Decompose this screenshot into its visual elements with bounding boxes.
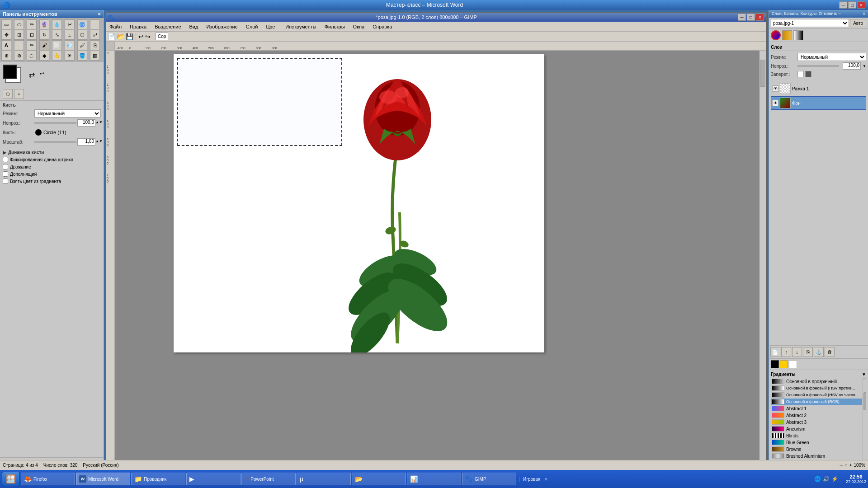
swatch-black[interactable] (771, 360, 779, 368)
tool-dodge[interactable]: ☀ (65, 51, 75, 61)
tool-move[interactable]: ✥ (1, 30, 11, 40)
dynamics-expand[interactable]: ▶Динамика кисти (0, 149, 104, 156)
tool-select-scissors[interactable]: ✂ (65, 19, 75, 29)
scale-slider[interactable] (34, 141, 76, 143)
systray-sound[interactable]: 🔊 (823, 476, 830, 482)
menu-image[interactable]: Изображение (204, 23, 239, 30)
menu-color[interactable]: Цвет (264, 23, 279, 30)
canvas-content[interactable] (115, 51, 766, 469)
tool-pencil[interactable]: ✏ (27, 40, 37, 50)
lock-alpha-btn[interactable] (805, 71, 811, 77)
gradient-checkbox[interactable] (3, 178, 8, 184)
gradient-item-10[interactable]: Browns (771, 446, 862, 452)
tool-ink[interactable]: 🖊 (77, 40, 87, 50)
menu-select[interactable]: Выделение (153, 23, 183, 30)
opacity-value[interactable]: 100,0 (77, 119, 95, 127)
layer-eye-bg[interactable]: 👁 (772, 100, 778, 106)
taskbar-gimp[interactable]: 🐾 GIMP (462, 473, 516, 485)
layer-opacity-expand[interactable]: ▼ (863, 64, 866, 68)
tool-text[interactable]: A (1, 40, 11, 50)
gradient-item-2[interactable]: Основной в фоновый (HSV по часов (771, 392, 862, 398)
tool-crop[interactable]: ⊡ (27, 30, 37, 40)
close-btn[interactable]: × (857, 1, 865, 9)
layer-eye-frame[interactable]: 👁 (772, 85, 778, 92)
tool-fuzzy-select[interactable]: 🔮 (39, 19, 49, 29)
start-button[interactable]: 🪟 (2, 472, 20, 486)
layer-up-btn[interactable]: ↑ (781, 347, 791, 357)
brush-mode-select[interactable]: Нормальный (34, 109, 101, 117)
path-tool-btn[interactable]: ⬡ (3, 89, 13, 99)
layer-delete-btn[interactable]: 🗑 (825, 347, 835, 357)
tool-paintbrush[interactable]: 🖌 (39, 40, 49, 50)
lock-pixels-btn[interactable] (797, 71, 804, 77)
tool-panel-close[interactable]: × (98, 11, 101, 17)
taskbar-word[interactable]: W Microsoft Word (76, 473, 130, 485)
menu-windows[interactable]: Окна (351, 23, 367, 30)
layer-opacity-slider[interactable] (797, 65, 839, 67)
gimp-save-btn[interactable]: 💾 (126, 33, 133, 40)
systray-network[interactable]: 🌐 (814, 476, 821, 482)
tool-align[interactable]: ⊞ (14, 30, 24, 40)
taskbar-media[interactable]: ▶ (186, 473, 241, 485)
taskbar-utorrent[interactable]: μ (297, 473, 351, 485)
gimp-maximize-btn[interactable]: □ (747, 14, 755, 21)
gradient-item-11[interactable]: Brushed Aluminium (771, 453, 862, 459)
gradient-item-5[interactable]: Abstract 2 (771, 412, 862, 418)
menu-filters[interactable]: Фильтры (323, 23, 347, 30)
fg-color-swatch[interactable] (3, 65, 17, 79)
scale-arrows[interactable]: ▲▼ (95, 139, 101, 145)
gradient-item-6[interactable]: Abstract 3 (771, 419, 862, 425)
menu-layer[interactable]: Слой (244, 23, 260, 30)
tool-gradient[interactable]: ▦ (90, 51, 100, 61)
tool-eraser[interactable]: ⬜ (52, 40, 62, 50)
brush-preview[interactable]: Circle (11) (34, 128, 67, 136)
tool-perspective[interactable]: ⬡ (77, 30, 87, 40)
gimp-new-btn[interactable]: 📄 (108, 33, 115, 40)
gradients-scroll-thumb[interactable] (863, 392, 866, 410)
layer-anchor-btn[interactable]: ⚓ (814, 347, 824, 357)
color-mode-gray[interactable] (793, 30, 803, 40)
auto-btn[interactable]: Авто (850, 19, 866, 27)
swatch-white[interactable] (789, 360, 797, 368)
tool-flip[interactable]: ⇄ (90, 30, 100, 40)
tool-rotate[interactable]: ↻ (39, 30, 49, 40)
layer-down-btn[interactable]: ↓ (792, 347, 802, 357)
tool-shear[interactable]: ⟂ (65, 30, 75, 40)
gradient-item-7[interactable]: Aneurism (771, 426, 862, 432)
tool-rect-select[interactable]: ▭ (1, 19, 11, 29)
tool-airbrush[interactable]: 💨 (65, 40, 75, 50)
gradient-item-3[interactable]: Основной в фоновый (RGB) (771, 399, 862, 405)
fixed-length-checkbox[interactable] (3, 157, 8, 162)
tool-blur[interactable]: ◌ (27, 51, 37, 61)
swap-colors-btn[interactable]: ⇄ (29, 70, 38, 80)
gradient-item-1[interactable]: Основной в фоновый (HSV против .. (771, 385, 862, 391)
additional-checkbox[interactable] (3, 171, 8, 177)
tool-smudge[interactable]: 👆 (52, 51, 62, 61)
maximize-btn[interactable]: □ (848, 1, 856, 9)
tool-fg-select[interactable]: 🌀 (77, 19, 87, 29)
opacity-arrows[interactable]: ▲▼ (95, 120, 101, 126)
taskbar-firefox[interactable]: 🦊 Firefox (21, 473, 75, 485)
v-scrollbar[interactable] (760, 51, 766, 462)
reset-colors-btn[interactable]: ↩ (40, 70, 47, 78)
swatch-yellow[interactable] (780, 360, 788, 368)
layer-opacity-value[interactable]: 100,0 (843, 62, 861, 70)
tool-clone[interactable]: ⎘ (90, 40, 100, 50)
tool-ellipse-select[interactable]: ⬭ (14, 19, 24, 29)
tool-perspective-clone[interactable]: ⊜ (14, 51, 24, 61)
menu-help[interactable]: Справка (371, 23, 394, 30)
gradient-item-9[interactable]: Blue Green (771, 439, 862, 446)
layer-new-btn[interactable]: 📄 (770, 347, 780, 357)
layer-duplicate-btn[interactable]: ⎘ (803, 347, 813, 357)
gradients-scrollbar[interactable] (863, 378, 866, 473)
taskbar-files[interactable]: 📂 (352, 473, 406, 485)
gradient-item-8[interactable]: Blinds (771, 432, 862, 439)
tool-select-color[interactable]: 💧 (52, 19, 62, 29)
gimp-copy-visible-btn[interactable]: Cop (156, 33, 168, 40)
systray-power[interactable]: ⚡ (831, 476, 838, 482)
layer-item-bg[interactable]: 👁 Фон (771, 96, 866, 110)
gradient-item-0[interactable]: Основной в прозрачный (771, 378, 862, 385)
opacity-slider[interactable] (34, 122, 76, 124)
layer-mode-select[interactable]: Нормальный (797, 53, 866, 61)
gimp-minimize-btn[interactable]: ─ (738, 14, 746, 21)
